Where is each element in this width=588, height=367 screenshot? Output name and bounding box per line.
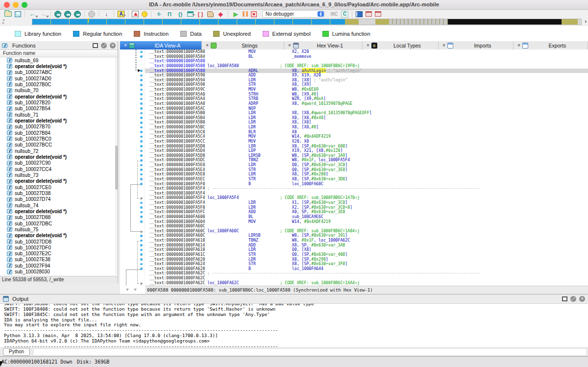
open-file-icon[interactable] [4, 11, 12, 17]
function-list-item[interactable]: fnullsub_72 [0, 148, 115, 154]
desktop-disabled-icon[interactable] [88, 11, 95, 18]
navband-scroll-arrows-icon[interactable]: ◂▸ [2, 19, 4, 24]
function-list-item[interactable]: fsub_100027ABC [0, 70, 115, 75]
function-list-item[interactable]: foperator delete(void *) [0, 94, 115, 99]
create-union-icon[interactable]: {} [176, 11, 184, 18]
save-icon[interactable] [15, 11, 21, 17]
function-list-item[interactable]: fsub_100027D38 [0, 190, 115, 196]
source-c-active-icon[interactable]: Ċ [341, 11, 348, 18]
function-list-item[interactable]: fsub_100027DF0 [0, 245, 115, 250]
navband-resize-icon[interactable] [585, 20, 587, 23]
toolbar-separator [352, 11, 352, 17]
ida-view-a[interactable]: __text:00000001000FA580 MOV X2, X20__tex… [120, 49, 588, 286]
tab-local-types[interactable]: ×0Local Types [363, 41, 439, 49]
function-list-item[interactable]: fsub_100027BCC [0, 142, 115, 148]
function-list-item[interactable]: fsub_100027CE0 [0, 184, 115, 190]
module-tree-1-icon[interactable] [366, 11, 372, 17]
output-restore-icon[interactable] [562, 296, 567, 301]
create-segment-icon[interactable]: ⎀ [155, 11, 163, 18]
breakpoint-brackets-icon[interactable]: [ ] [196, 11, 204, 18]
function-list-item[interactable]: fsub_100027AD0 [0, 75, 115, 81]
function-list-item[interactable]: fsub_100027C90 [0, 160, 115, 166]
bookmark-dot-icon[interactable] [142, 11, 147, 17]
output-close-icon[interactable]: ✕ [579, 296, 585, 302]
tab-exports[interactable]: ×Exports [514, 41, 588, 49]
patch-hand-icon[interactable] [207, 11, 214, 17]
function-list-item[interactable]: foperator delete(void *) [0, 178, 115, 184]
function-list-item[interactable]: foperator delete(void *) [0, 154, 115, 160]
stop-process-icon[interactable] [251, 11, 257, 17]
function-list-item[interactable]: fsub_100027BC0 [0, 136, 115, 142]
function-list-item[interactable]: fnullsub_74 [0, 202, 115, 208]
function-name: sub_100027D88 [15, 215, 50, 220]
function-list-item[interactable]: fsub_100027E2C [0, 251, 115, 257]
function-list-item[interactable]: fsub_100027B70 [0, 124, 115, 130]
asm-gutter [120, 49, 145, 54]
tab-imports[interactable]: ×Imports [439, 41, 514, 49]
function-list-item[interactable]: foperator delete(void *) [0, 233, 115, 239]
text-options-icon[interactable]: A [118, 11, 124, 17]
instruction-dot-icon [140, 154, 143, 157]
functions-scrollbar[interactable] [115, 57, 118, 275]
stop-diamond-icon[interactable]: ◆ [217, 11, 224, 18]
module-tree-2-icon[interactable] [375, 11, 381, 17]
function-list-item[interactable]: fsub_100027DD8 [0, 239, 115, 245]
function-list-item[interactable]: fsub_100028030 [0, 269, 115, 274]
run-debugger-icon[interactable]: ▶ [232, 11, 240, 18]
tab-strings[interactable]: ×Strings [202, 41, 284, 49]
tab-close-icon[interactable]: × [442, 43, 445, 48]
function-icon: f [7, 221, 12, 226]
tab-close-icon[interactable]: × [367, 43, 369, 48]
functions-detach-icon[interactable]: ⤢ [101, 43, 107, 49]
function-list-item[interactable]: fnullsub_71 [0, 112, 115, 118]
enum-grid-icon[interactable] [187, 11, 194, 17]
functions-close-icon[interactable]: ✕ [110, 43, 116, 49]
jump-address-icon[interactable]: ↓ [102, 11, 110, 18]
source-c-disabled-icon[interactable]: ᗰC [330, 11, 338, 18]
color-palette-icon[interactable] [132, 11, 139, 17]
tab-close-icon[interactable]: × [206, 43, 209, 48]
function-list-item[interactable]: fnullsub_70 [0, 88, 115, 94]
instruction-dot-icon [140, 136, 143, 138]
function-list-item[interactable]: fnullsub_75 [0, 226, 115, 232]
function-list-item[interactable]: fsub_100027B84 [0, 130, 115, 136]
python-console-tab[interactable]: Python [3, 348, 30, 356]
tab-close-icon[interactable]: × [517, 43, 520, 48]
output-log[interactable]: SWIFT: 100F38360: could not set the func… [0, 304, 588, 347]
function-list-item[interactable]: fsub_100027DBC [0, 220, 115, 226]
output-detach-icon[interactable]: ⤢ [570, 296, 576, 302]
asm-gutter [120, 210, 145, 215]
desktop-1-icon[interactable] [54, 11, 61, 18]
navigate-back-icon[interactable]: ← [28, 11, 36, 18]
function-list-item[interactable]: foperator delete(void *) [0, 118, 115, 123]
tab-close-icon[interactable]: × [124, 43, 127, 48]
function-list-item[interactable]: fsub_100027B20 [0, 99, 115, 105]
asm-line[interactable]: __text:00000001000FA62C loc_1000FA62C ; … [120, 281, 588, 286]
navigation-band[interactable] [32, 19, 582, 25]
desktop-3-icon[interactable] [74, 11, 81, 18]
tab-hex-view-1[interactable]: ×Hex View-1 [284, 41, 363, 49]
debugger-select[interactable]: No debugger ▲▼ [262, 10, 325, 18]
function-name: sub_100027DD8 [15, 239, 51, 245]
output-list-icon[interactable] [356, 11, 363, 17]
functions-restore-icon[interactable] [93, 43, 98, 48]
function-list-item[interactable]: fnullsub_69 [0, 57, 115, 63]
tab-ida-view-a[interactable]: ×IDA View-A [120, 41, 202, 49]
function-list-item[interactable]: fsub_100027D88 [0, 215, 115, 220]
function-list-item[interactable]: fsub_100027D74 [0, 196, 115, 202]
function-list-item[interactable]: fsub_100027F94 [0, 263, 115, 269]
desktop-2-icon[interactable] [64, 11, 71, 18]
pause-process-icon[interactable] [243, 11, 248, 17]
python-console-input[interactable] [33, 348, 587, 356]
function-list-item[interactable]: fsub_100027E38 [0, 257, 115, 263]
create-struct-icon[interactable]: Π [166, 11, 173, 18]
function-list-item[interactable]: fsub_100027B0C [0, 81, 115, 87]
tab-close-icon[interactable]: × [288, 43, 291, 48]
navigate-forward-icon[interactable]: → [39, 11, 47, 18]
functions-column-header[interactable]: Function name [0, 50, 118, 57]
function-list-item[interactable]: fnullsub_73 [0, 172, 115, 178]
function-list-item[interactable]: foperator delete(void *) [0, 63, 115, 69]
function-list-item[interactable]: foperator delete(void *) [0, 208, 115, 214]
function-list-item[interactable]: fsub_100027CC4 [0, 166, 115, 172]
function-list-item[interactable]: fsub_100027B54 [0, 106, 115, 112]
